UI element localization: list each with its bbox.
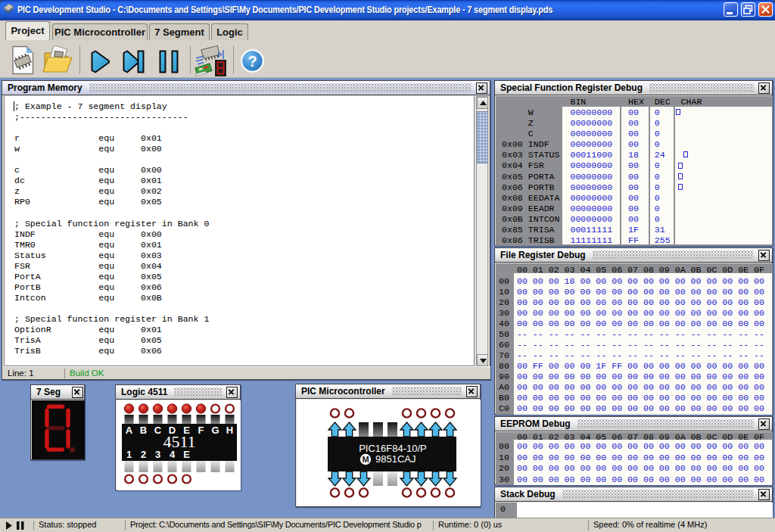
svg-text:M: M — [362, 455, 369, 464]
svg-text:4: 4 — [170, 449, 176, 460]
svg-text:9851CAJ: 9851CAJ — [375, 453, 416, 465]
svg-text:PIC16F84-10/P: PIC16F84-10/P — [359, 443, 427, 454]
svg-text:A: A — [126, 425, 133, 436]
svg-text:?: ? — [247, 53, 257, 70]
svg-text:B: B — [140, 425, 147, 436]
svg-text:G: G — [211, 425, 219, 436]
svg-text:C: C — [154, 425, 162, 436]
svg-text:H: H — [226, 425, 233, 436]
svg-text:1: 1 — [126, 449, 132, 460]
svg-text:F: F — [198, 425, 204, 436]
svg-text:4511: 4511 — [163, 432, 195, 451]
svg-text:2: 2 — [141, 449, 146, 460]
svg-text:3: 3 — [155, 449, 160, 460]
svg-text:E: E — [183, 449, 190, 460]
